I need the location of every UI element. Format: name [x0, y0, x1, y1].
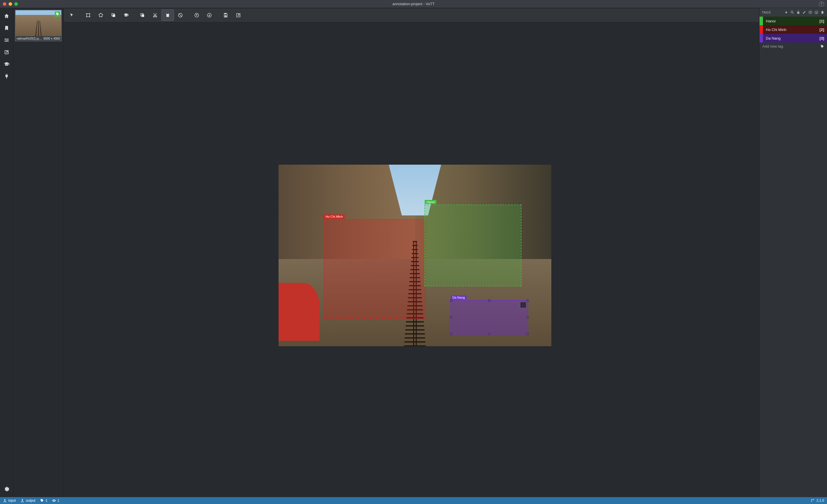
status-output-label: output — [26, 499, 35, 503]
thumbnail-panel: railroad%20(1).p… 6000 x 4000 — [13, 8, 64, 497]
annotation-region[interactable]: Ho Chi Minh — [324, 219, 426, 319]
tag-row[interactable]: Da Nang [3] — [760, 34, 827, 43]
tag-icon — [820, 45, 824, 49]
minimize-window-button[interactable] — [9, 2, 12, 6]
svg-point-32 — [812, 501, 812, 502]
status-input[interactable]: input — [3, 499, 16, 503]
tag-name: Ho Chi Minh — [766, 27, 786, 32]
cut-tool[interactable] — [149, 9, 161, 21]
eye-icon — [52, 499, 56, 503]
svg-rect-7 — [89, 16, 90, 17]
svg-rect-28 — [797, 12, 799, 13]
svg-point-8 — [100, 13, 101, 14]
annotation-region[interactable]: Da Nang — [450, 300, 528, 334]
resize-handle[interactable] — [526, 333, 529, 335]
paste-tool[interactable] — [161, 9, 174, 21]
maximize-window-button[interactable] — [14, 2, 18, 6]
tag-edit-icon[interactable] — [802, 10, 807, 15]
status-visited: 1 — [52, 499, 59, 503]
copy-regions-tool[interactable] — [107, 9, 120, 21]
tag-move-down-icon[interactable] — [814, 10, 819, 15]
close-window-button[interactable] — [3, 2, 6, 6]
tag-color-swatch — [760, 25, 763, 34]
resize-handle[interactable] — [450, 316, 452, 319]
svg-point-2 — [5, 41, 6, 42]
thumbnail-dimensions: 6000 x 4000 — [43, 37, 60, 40]
resize-handle[interactable] — [450, 299, 452, 302]
plug-icon[interactable] — [3, 72, 11, 80]
tag-add-icon[interactable] — [784, 10, 788, 15]
status-tagged: 1 — [40, 499, 47, 503]
svg-rect-5 — [89, 13, 90, 14]
tag-search-icon[interactable] — [790, 10, 794, 15]
add-tag-input[interactable]: Add new tag — [760, 43, 827, 50]
tag-name: Da Nang — [766, 36, 780, 41]
editor-toolbar — [64, 8, 759, 22]
gear-icon[interactable] — [3, 485, 11, 493]
help-button[interactable]: ? — [819, 1, 824, 7]
home-icon[interactable] — [3, 12, 11, 20]
add-tag-placeholder: Add new tag — [763, 44, 783, 49]
svg-rect-3 — [87, 14, 90, 17]
svg-point-10 — [101, 16, 102, 17]
export-icon[interactable] — [3, 48, 11, 56]
tag-hotkey: [2] — [820, 27, 824, 32]
activity-bar — [0, 8, 13, 497]
svg-rect-13 — [112, 14, 115, 17]
save-tool[interactable] — [220, 9, 232, 21]
svg-rect-4 — [86, 13, 87, 14]
tag-lock-icon[interactable] — [796, 10, 800, 15]
tags-header-label: TAGS — [762, 11, 771, 14]
status-visited-count: 1 — [57, 499, 59, 503]
tag-row[interactable]: Hanoi [1] — [760, 17, 827, 25]
svg-point-31 — [812, 499, 812, 500]
tag-row[interactable]: Ho Chi Minh [2] — [760, 25, 827, 34]
status-output[interactable]: output — [20, 499, 35, 503]
prev-asset-tool[interactable] — [190, 9, 203, 21]
svg-rect-20 — [167, 13, 168, 14]
export-tool[interactable] — [232, 9, 245, 21]
svg-point-0 — [5, 39, 6, 39]
titlebar: annotation-project - VoTT ? — [0, 0, 827, 8]
graduation-cap-icon[interactable] — [3, 60, 11, 68]
tag-color-swatch — [760, 17, 763, 25]
status-input-label: input — [8, 499, 16, 503]
sliders-icon[interactable] — [3, 36, 11, 44]
resize-handle[interactable] — [488, 299, 490, 302]
resize-handle[interactable] — [526, 316, 529, 319]
bookmark-icon[interactable] — [3, 24, 11, 32]
annotation-region[interactable]: Hanoi — [425, 205, 521, 286]
svg-point-11 — [99, 16, 100, 17]
status-bar: input output 1 1 2.1.0 — [0, 497, 827, 504]
window-title: annotation-project - VoTT — [393, 2, 435, 6]
thumbnail-image — [15, 10, 61, 36]
rectangle-tool[interactable] — [82, 9, 94, 21]
copy-tool[interactable] — [136, 9, 149, 21]
window-controls — [3, 2, 18, 6]
auto-detect-tool[interactable] — [120, 9, 132, 21]
thumbnail-filename: railroad%20(1).p… — [17, 37, 42, 40]
region-tag-label: Ho Chi Minh — [324, 215, 345, 219]
thumbnail-item[interactable]: railroad%20(1).p… 6000 x 4000 — [15, 10, 62, 41]
svg-point-12 — [99, 14, 100, 15]
clear-tool[interactable] — [174, 9, 187, 21]
svg-rect-15 — [142, 14, 144, 17]
next-asset-tool[interactable] — [203, 9, 216, 21]
polygon-tool[interactable] — [94, 9, 107, 21]
pointer-tool[interactable] — [65, 9, 78, 21]
upload-icon — [3, 499, 7, 503]
resize-handle[interactable] — [526, 299, 529, 302]
svg-rect-6 — [86, 16, 87, 17]
resize-handle[interactable] — [450, 333, 452, 335]
svg-rect-25 — [225, 13, 226, 14]
svg-point-9 — [102, 14, 103, 15]
tag-delete-icon[interactable] — [820, 10, 825, 15]
resize-handle[interactable] — [488, 333, 490, 335]
tag-move-up-icon[interactable] — [808, 10, 813, 15]
status-version-label: 2.1.0 — [816, 499, 824, 503]
status-version[interactable]: 2.1.0 — [811, 499, 824, 503]
canvas[interactable]: Ho Chi MinhHanoiDa Nang — [279, 165, 551, 346]
tag-name: Hanoi — [766, 19, 776, 23]
branch-icon — [811, 499, 815, 503]
canvas-area: Ho Chi MinhHanoiDa Nang — [64, 22, 759, 497]
